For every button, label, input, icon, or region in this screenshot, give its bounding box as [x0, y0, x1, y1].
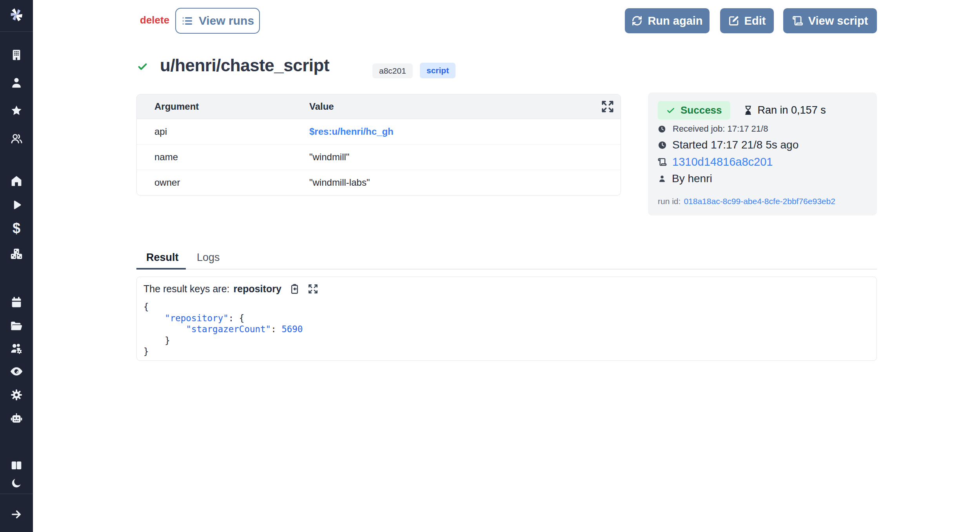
folders-icon[interactable]	[10, 319, 23, 333]
expand-result-icon[interactable]	[308, 284, 318, 294]
delete-button[interactable]: delete	[140, 14, 169, 26]
copy-clipboard-icon[interactable]	[289, 284, 300, 294]
status-badge: Success	[658, 101, 730, 119]
variables-dollar-icon[interactable]: $	[13, 220, 20, 237]
run-again-button[interactable]: Run again	[625, 8, 710, 33]
tab-logs[interactable]: Logs	[197, 252, 220, 264]
hash-badge: a8c201	[372, 63, 413, 78]
arg-name: owner	[137, 177, 309, 188]
hourglass-icon	[743, 105, 753, 115]
script-type-badge: script	[420, 63, 456, 78]
expand-table-icon[interactable]	[601, 100, 614, 116]
workers-robot-icon[interactable]	[10, 412, 23, 425]
arguments-table-header: Argument Value	[137, 94, 621, 119]
groups-settings-icon[interactable]	[10, 342, 23, 355]
edit-button[interactable]: Edit	[720, 8, 774, 33]
clock-icon	[658, 125, 666, 133]
run-again-label: Run again	[648, 14, 702, 27]
view-runs-button[interactable]: View runs	[175, 8, 260, 34]
tab-result[interactable]: Result	[146, 252, 179, 264]
workspace-icon[interactable]	[10, 49, 23, 61]
job-hash-link[interactable]: 1310d14816a8c201	[672, 156, 773, 168]
duration-text: Ran in 0,157 s	[743, 104, 826, 116]
user-icon[interactable]	[10, 76, 23, 89]
home-icon[interactable]	[10, 175, 23, 188]
windmill-logo-icon[interactable]	[7, 5, 26, 25]
job-hash-row: 1310d14816a8c201	[658, 156, 773, 168]
resources-boxes-icon[interactable]	[10, 247, 23, 261]
arg-name: api	[137, 126, 309, 137]
view-script-label: View script	[808, 14, 868, 27]
runs-play-icon[interactable]	[11, 199, 23, 211]
column-header-argument: Argument	[137, 101, 309, 112]
arg-value-resource-link[interactable]: $res:u/henri/hc_gh	[309, 126, 621, 137]
audit-logs-eye-icon[interactable]	[10, 365, 24, 378]
list-icon	[181, 15, 193, 27]
result-json: { "repository": { "stargazerCount": 5690…	[143, 301, 303, 357]
run-id-label: run id:	[658, 197, 681, 206]
scroll-icon	[658, 157, 667, 166]
started-row: Started 17:17 21/8 5s ago	[658, 139, 799, 151]
scroll-icon	[792, 15, 803, 26]
person-icon	[658, 174, 666, 183]
run-id-link[interactable]: 018a18ac-8c99-abe4-8cfe-2bbf76e93eb2	[684, 197, 835, 206]
success-check-icon	[137, 61, 148, 73]
sidebar-divider-top	[0, 31, 33, 32]
table-row: name "windmill"	[137, 145, 621, 170]
active-tab-underline	[136, 268, 186, 270]
view-script-button[interactable]: View script	[783, 8, 877, 33]
table-row: api $res:u/henri/hc_gh	[137, 119, 621, 145]
sidebar-divider-bottom	[0, 494, 33, 494]
view-runs-label: View runs	[199, 14, 254, 27]
check-icon	[666, 106, 675, 115]
run-author-row: By henri	[658, 172, 712, 185]
run-status-card: Success Ran in 0,157 s Received job: 17	[648, 92, 877, 215]
table-row: owner "windmill-labs"	[137, 170, 621, 195]
sidebar: $	[0, 0, 33, 532]
result-key-name: repository	[234, 283, 281, 295]
clock-icon	[658, 141, 667, 150]
docs-book-icon[interactable]	[10, 459, 23, 472]
favorites-star-icon[interactable]	[10, 104, 23, 118]
page-title: u/henri/chaste_script	[160, 56, 329, 75]
result-keys-prefix: The result keys are:	[143, 283, 230, 295]
arg-name: name	[137, 152, 309, 163]
groups-icon[interactable]	[10, 132, 23, 145]
run-id-row: run id: 018a18ac-8c99-abe4-8cfe-2bbf76e9…	[658, 197, 835, 206]
arg-value: "windmill"	[309, 152, 621, 163]
result-panel: The result keys are: repository {	[136, 277, 877, 361]
schedules-calendar-icon[interactable]	[10, 296, 23, 309]
run-detail-page: $	[0, 0, 980, 532]
arguments-table: Argument Value api $res:u/henri/hc_gh na…	[136, 94, 621, 195]
tabs-border	[136, 269, 877, 270]
dark-mode-moon-icon[interactable]	[11, 478, 22, 489]
arg-value: "windmill-labs"	[309, 177, 621, 188]
collapse-sidebar-arrow-icon[interactable]	[10, 508, 23, 521]
received-job-row: Received job: 17:17 21/8	[658, 124, 768, 134]
refresh-icon	[632, 15, 642, 26]
edit-label: Edit	[744, 14, 766, 27]
edit-pencil-icon	[728, 15, 739, 26]
settings-gear-icon[interactable]	[10, 389, 23, 402]
column-header-value: Value	[309, 101, 621, 112]
